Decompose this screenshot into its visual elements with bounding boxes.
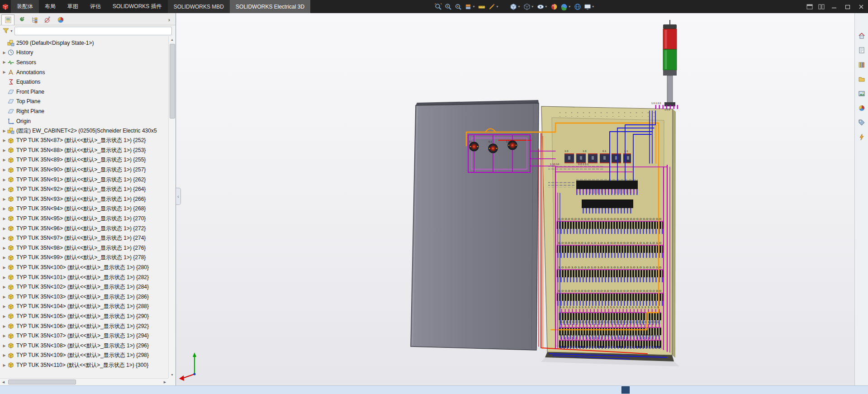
tree-item[interactable]: ▶TYP TUK 35N<96> (默认<<默认>_显示状态 1>) {272} <box>0 223 168 233</box>
tree-item[interactable]: ▶TYP TUK 35N<105> (默认<<默认>_显示状态 1>) {290… <box>0 312 168 322</box>
tree-item[interactable]: ▶TYP TUK 35N<103> (默认<<默认>_显示状态 1>) {286… <box>0 292 168 302</box>
commandmanager-tab[interactable]: 装配体 <box>11 0 39 13</box>
terminal-row[interactable] <box>557 293 663 306</box>
expand-arrow-icon[interactable]: ▶ <box>1 314 7 318</box>
tree-item[interactable]: ▶TYP TUK 35N<98> (默认<<默认>_显示状态 1>) {276} <box>0 243 168 253</box>
view-palette-icon[interactable] <box>856 88 867 99</box>
solidworks-resources-icon[interactable] <box>856 45 867 56</box>
expand-arrow-icon[interactable]: ▶ <box>1 51 7 55</box>
viewport-3d-view[interactable]: 1.0 1.0 0.1 1.1 1.10.10 0.0.1.0.1 1.0.1.… <box>176 13 868 385</box>
tree-item[interactable]: ▶TYP TUK 35N<95> (默认<<默认>_显示状态 1>) {270} <box>0 214 168 224</box>
expand-arrow-icon[interactable]: ▶ <box>1 178 7 182</box>
minimize-button[interactable] <box>827 0 841 13</box>
tree-item[interactable]: ▶TYP TUK 35N<108> (默认<<默认>_显示状态 1>) {296… <box>0 341 168 351</box>
screen-options-icon[interactable]: ▼ <box>583 0 596 13</box>
tree-vertical-scrollbar[interactable]: ▲ ▼ <box>168 36 175 378</box>
panel-tab-propertymanager[interactable] <box>14 14 28 25</box>
tree-item[interactable]: 2509 (Default<Display State-1>) <box>0 38 168 48</box>
expand-arrow-icon[interactable]: ▶ <box>1 236 7 240</box>
expand-arrow-icon[interactable]: ▶ <box>1 60 7 64</box>
tree-item[interactable]: ▶TYP TUK 35N<97> (默认<<默认>_显示状态 1>) {274} <box>0 233 168 243</box>
tree-item[interactable]: ▶TYP TUK 35N<106> (默认<<默认>_显示状态 1>) {292… <box>0 321 168 331</box>
expand-arrow-icon[interactable]: ▶ <box>1 304 7 309</box>
scroll-right-icon[interactable]: ▶ <box>161 380 168 384</box>
rotary-switch[interactable] <box>489 144 498 153</box>
expand-arrow-icon[interactable]: ▶ <box>1 187 7 191</box>
tree-item[interactable]: ▶TYP TUK 35N<107> (默认<<默认>_显示状态 1>) {294… <box>0 331 168 341</box>
edit-appearance-icon[interactable] <box>549 0 559 13</box>
tree-item[interactable]: ▶TYP TUK 35N<87> (默认<<默认>_显示状态 1>) {252} <box>0 136 168 146</box>
commandmanager-tab[interactable]: SOLIDWORKS MBD <box>168 0 230 13</box>
tree-item[interactable]: ▶TYP TUK 35N<110> (默认<<默认>_显示状态 1>) {300… <box>0 361 168 370</box>
expand-arrow-icon[interactable]: ▶ <box>1 129 7 133</box>
section-view-icon[interactable]: ▼ <box>463 0 477 13</box>
panel-expand-chevron-icon[interactable]: › <box>168 16 174 25</box>
expand-arrow-icon[interactable]: ▶ <box>1 197 7 201</box>
tree-item[interactable]: ▶TYP TUK 35N<88> (默认<<默认>_显示状态 1>) {253} <box>0 146 168 156</box>
tree-item[interactable]: ▶History <box>0 48 168 58</box>
measure-icon[interactable] <box>477 0 487 13</box>
commandmanager-tab[interactable]: 评估 <box>84 0 107 13</box>
panel-tab-configurationmanager[interactable] <box>28 14 41 25</box>
tree-item[interactable]: Top Plane <box>0 97 168 107</box>
terminal-row[interactable] <box>557 245 663 258</box>
signal-tower[interactable] <box>654 20 678 109</box>
terminal-row[interactable] <box>557 270 663 282</box>
tree-item[interactable]: Origin <box>0 116 168 126</box>
tree-item[interactable]: ▶TYP TUK 35N<93> (默认<<默认>_显示状态 1>) {266} <box>0 195 168 204</box>
tile-pane-icon[interactable] <box>818 4 825 9</box>
graphics-area[interactable]: 1.0 1.0 0.1 1.1 1.10.10 0.0.1.0.1 1.0.1.… <box>176 13 868 385</box>
scroll-left-icon[interactable]: ◀ <box>0 380 7 384</box>
tree-item[interactable]: ▶TYP TUK 35N<99> (默认<<默认>_显示状态 1>) {278} <box>0 253 168 263</box>
electrical-manager-icon[interactable] <box>856 132 867 142</box>
expand-arrow-icon[interactable]: ▶ <box>1 70 7 74</box>
maximize-button[interactable] <box>841 0 854 13</box>
din-rail[interactable] <box>582 199 633 214</box>
view-settings-icon[interactable] <box>573 0 583 13</box>
tree-item[interactable]: ▶TYP TUK 35N<92> (默认<<默认>_显示状态 1>) {264} <box>0 185 168 195</box>
sketch-icon[interactable]: ▼ <box>487 0 500 13</box>
expand-arrow-icon[interactable]: ▶ <box>1 275 7 280</box>
previous-view-icon[interactable] <box>453 0 463 13</box>
tree-item[interactable]: Right Plane <box>0 106 168 116</box>
expand-arrow-icon[interactable]: ▶ <box>1 138 7 142</box>
terminal-row[interactable] <box>559 324 661 339</box>
cabinet-door[interactable] <box>411 100 539 350</box>
zoom-area-icon[interactable] <box>443 0 453 13</box>
expand-arrow-icon[interactable]: ▶ <box>1 334 7 338</box>
vertical-scrollbar-thumb[interactable] <box>170 44 175 119</box>
file-explorer-icon[interactable] <box>856 74 867 85</box>
tree-item[interactable]: ▶(固定) EW_CABINET<2> (02505|Schneider Ele… <box>0 126 168 136</box>
hide-show-items-icon[interactable]: ▼ <box>536 0 549 13</box>
tree-item[interactable]: ▶TYP TUK 35N<104> (默认<<默认>_显示状态 1>) {288… <box>0 302 168 312</box>
rotary-switch[interactable] <box>470 142 479 151</box>
panel-tab-displaymanager[interactable] <box>54 14 67 25</box>
tree-item[interactable]: ▶TYP TUK 35N<94> (默认<<默认>_显示状态 1>) {268} <box>0 204 168 214</box>
panel-collapse-handle[interactable]: ‹ <box>176 188 181 205</box>
expand-arrow-icon[interactable]: ▶ <box>1 295 7 299</box>
expand-arrow-icon[interactable]: ▶ <box>1 217 7 221</box>
expand-arrow-icon[interactable]: ▶ <box>1 266 7 270</box>
expand-arrow-icon[interactable]: ▶ <box>1 207 7 211</box>
tree-item[interactable]: ▶TYP TUK 35N<102> (默认<<默认>_显示状态 1>) {284… <box>0 282 168 292</box>
expand-arrow-icon[interactable]: ▶ <box>1 285 7 289</box>
tree-item[interactable]: ▶TYP TUK 35N<109> (默认<<默认>_显示状态 1>) {298… <box>0 351 168 361</box>
expand-arrow-icon[interactable]: ▶ <box>1 246 7 250</box>
expand-arrow-icon[interactable]: ▶ <box>1 168 7 172</box>
expand-arrow-icon[interactable]: ▶ <box>1 344 7 348</box>
commandmanager-tab[interactable]: SOLIDWORKS 插件 <box>107 0 168 13</box>
terminal-row[interactable] <box>559 337 661 349</box>
commandmanager-tab[interactable]: 草图 <box>62 0 84 13</box>
expand-arrow-icon[interactable]: ▶ <box>1 256 7 260</box>
display-style-icon[interactable]: ▼ <box>522 0 536 13</box>
commandmanager-tab[interactable]: 布局 <box>39 0 62 13</box>
tree-item[interactable]: ▶Sensors <box>0 57 168 67</box>
tree-item[interactable]: Front Plane <box>0 87 168 97</box>
scroll-down-icon[interactable]: ▼ <box>169 371 175 378</box>
expand-arrow-icon[interactable]: ▶ <box>1 324 7 328</box>
panel-tab-featuremanager-design-tree[interactable] <box>1 14 14 25</box>
close-button[interactable] <box>854 0 868 13</box>
tree-item[interactable]: ▶TYP TUK 35N<101> (默认<<默认>_显示状态 1>) {282… <box>0 272 168 282</box>
view-orientation-icon[interactable]: ▼ <box>508 0 522 13</box>
custom-properties-icon[interactable] <box>856 117 867 128</box>
